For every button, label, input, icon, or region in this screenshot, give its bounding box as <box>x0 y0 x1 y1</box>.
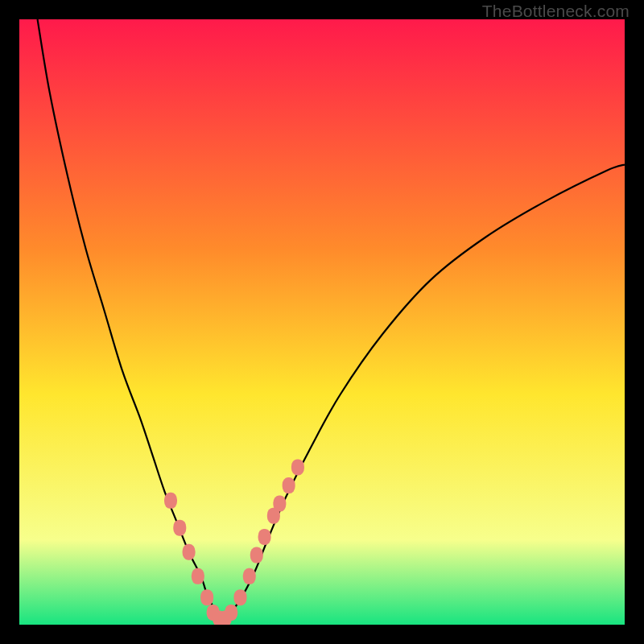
chart-frame <box>19 19 625 625</box>
data-marker <box>192 568 204 584</box>
gradient-background <box>19 19 625 625</box>
data-marker <box>283 477 295 493</box>
bottleneck-chart <box>19 19 625 625</box>
data-marker <box>258 529 271 545</box>
watermark-text: TheBottleneck.com <box>482 2 630 21</box>
data-marker <box>291 459 304 475</box>
data-marker <box>173 520 186 536</box>
data-marker <box>243 568 256 584</box>
data-marker <box>200 589 213 605</box>
data-marker <box>250 547 263 564</box>
data-marker <box>273 496 286 512</box>
data-marker <box>233 589 246 605</box>
data-marker <box>225 605 237 621</box>
data-marker <box>164 493 177 509</box>
data-marker <box>183 544 196 560</box>
